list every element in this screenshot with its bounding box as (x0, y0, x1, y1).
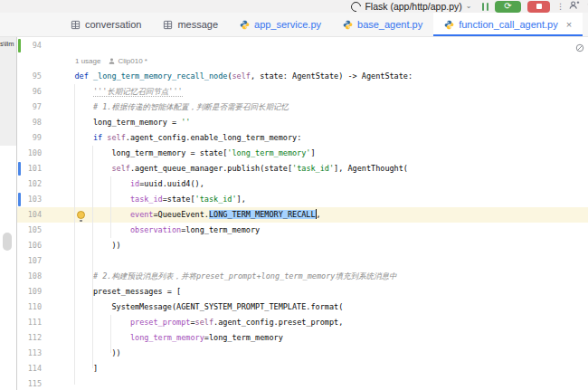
gutter: 104 (17, 207, 52, 223)
code-line[interactable]: 108 # 2.构建预设消息列表，并将preset_prompt+long_te… (17, 269, 588, 284)
code-line[interactable]: 113 )) (17, 346, 588, 361)
vcs-change-marker (18, 39, 21, 52)
vcs-change-marker (18, 162, 21, 176)
code-line[interactable]: 109 preset_messages = [ (17, 284, 588, 300)
code-line[interactable]: 103 task_id=state['task_id'], (17, 192, 588, 207)
line-number: 99 (33, 130, 42, 146)
code-line[interactable]: 94 (17, 38, 588, 53)
gutter: 97 (17, 100, 52, 115)
code-line[interactable]: 110 SystemMessage(AGENT_SYSTEM_PROMPT_TE… (17, 300, 588, 315)
code-line-text: if self.agent_config.enable_long_term_me… (52, 130, 588, 146)
tab-conversation[interactable]: conversation (60, 13, 152, 36)
code-line[interactable]: 111 preset_prompt=self.agent_config.pres… (17, 315, 588, 330)
tool-window-handle[interactable] (3, 233, 12, 251)
code-line-text: preset_prompt=self.agent_config.preset_p… (52, 315, 588, 330)
rerun-debug-button[interactable]: ⟳ (495, 1, 521, 13)
code-area[interactable]: 941 usageClip010 *95 def _long_term_memo… (17, 38, 588, 390)
code-line[interactable]: 101 self.agent_queue_manager.publish(sta… (17, 161, 588, 176)
code-line-text: )) (52, 346, 588, 361)
gutter: 103 (17, 192, 52, 207)
line-number: 109 (28, 284, 42, 300)
line-number: 115 (28, 376, 42, 390)
python-file-icon (343, 20, 353, 30)
code-line[interactable]: 115 (17, 376, 588, 390)
intention-lightbulb-icon[interactable] (77, 211, 84, 220)
gutter: 102 (17, 176, 52, 192)
code-line-text: long_term_memory = '' (52, 115, 588, 130)
left-strip-text: s\llm (0, 40, 16, 48)
table-icon (163, 20, 173, 30)
inlay-row[interactable]: 1 usageClip010 * (17, 53, 588, 69)
gutter: 101 (17, 161, 52, 176)
line-number: 100 (28, 146, 42, 161)
run-config-label: Flask (app/http/app.py) (365, 1, 461, 12)
line-number: 114 (28, 361, 42, 376)
title-bar: Flask (app/http/app.py) ⌄ ⟳ ⋮ (0, 0, 588, 14)
code-line-text: ] (52, 361, 588, 376)
code-line-text: observation=long_term_memory (52, 223, 588, 238)
line-number: 111 (28, 315, 42, 330)
gutter: 112 (17, 330, 52, 346)
editor: s\llm 941 usageClip010 *95 def _long_ter… (0, 37, 588, 390)
gutter: 110 (17, 300, 52, 315)
code-line[interactable]: 96 '''长期记忆召回节点''' (17, 84, 588, 100)
code-line[interactable]: 98 long_term_memory = '' (17, 115, 588, 130)
code-line[interactable]: 104 event=QueueEvent.LONG_TERM_MEMORY_RE… (17, 207, 588, 223)
line-number: 103 (28, 192, 42, 207)
line-number: 106 (28, 238, 42, 253)
tab-bar: conversationmessageapp_service.pybase_ag… (0, 13, 588, 37)
code-line[interactable]: 105 observation=long_term_memory (17, 223, 588, 238)
line-number: 101 (28, 161, 42, 176)
gutter: 108 (17, 269, 52, 284)
gutter: 99 (17, 130, 52, 146)
tab-queue-entity[interactable]: queue_entity. (583, 13, 588, 36)
ide-window: { "titlebar": { "run_config": "Flask (ap… (0, 0, 588, 390)
line-number: 112 (28, 330, 42, 346)
tab-label: conversation (85, 19, 141, 30)
line-number: 107 (28, 253, 42, 269)
stop-icon (536, 4, 542, 9)
gutter: 111 (17, 315, 52, 330)
gutter: 100 (17, 146, 52, 161)
pause-button[interactable] (482, 3, 489, 11)
code-line[interactable]: 107 (17, 253, 588, 269)
tab-base-agent-py[interactable]: base_agent.py (332, 13, 433, 36)
code-line[interactable]: 97 # 1.根据传递的智能体配置，判断是否需要召回长期记忆 (17, 100, 588, 115)
tab-label: function_call_agent.py (459, 19, 557, 30)
line-number: 104 (28, 207, 42, 223)
author-hint[interactable]: Clip010 * (118, 53, 147, 69)
tab-app-service-py[interactable]: app_service.py (229, 13, 332, 36)
vcs-change-marker (18, 193, 21, 206)
code-line-text: task_id=state['task_id'], (52, 192, 588, 207)
tab-message[interactable]: message (152, 13, 229, 36)
author-icon (100, 58, 118, 64)
code-line[interactable]: 99 if self.agent_config.enable_long_term… (17, 130, 588, 146)
code-line-text: long_term_memory = state['long_term_memo… (52, 146, 588, 161)
gutter: 107 (17, 253, 52, 269)
inspection-status-icon[interactable] (575, 40, 584, 49)
code-line-text (52, 253, 588, 269)
stop-button[interactable] (527, 1, 550, 13)
code-line[interactable]: 114 ] (17, 361, 588, 376)
close-tab-icon[interactable]: × (566, 19, 572, 30)
tab-label: base_agent.py (357, 19, 422, 30)
indent-guide (92, 146, 93, 368)
code-line[interactable]: 112 long_term_memory=long_term_memory (17, 330, 588, 346)
more-options-button[interactable]: ⋮ (556, 5, 562, 8)
run-configuration-selector[interactable]: Flask (app/http/app.py) ⌄ (351, 1, 471, 12)
code-line-text: self.agent_queue_manager.publish(state['… (52, 161, 588, 176)
gutter (17, 53, 52, 69)
gutter: 113 (17, 346, 52, 361)
line-number: 108 (28, 269, 42, 284)
tab-function-call-agent-py[interactable]: function_call_agent.py× (433, 13, 583, 36)
code-line[interactable]: 95 def _long_term_memory_recall_node(sel… (17, 69, 588, 84)
code-line[interactable]: 106 )) (17, 238, 588, 253)
tab-label: message (177, 19, 218, 30)
table-icon (71, 20, 81, 30)
indent-guide (74, 84, 75, 385)
code-line[interactable]: 102 id=uuid.uuid4(), (17, 176, 588, 192)
usages-hint[interactable]: 1 usage (75, 53, 100, 69)
gutter: 109 (17, 284, 52, 300)
python-file-icon (240, 20, 250, 30)
code-line[interactable]: 100 long_term_memory = state['long_term_… (17, 146, 588, 161)
